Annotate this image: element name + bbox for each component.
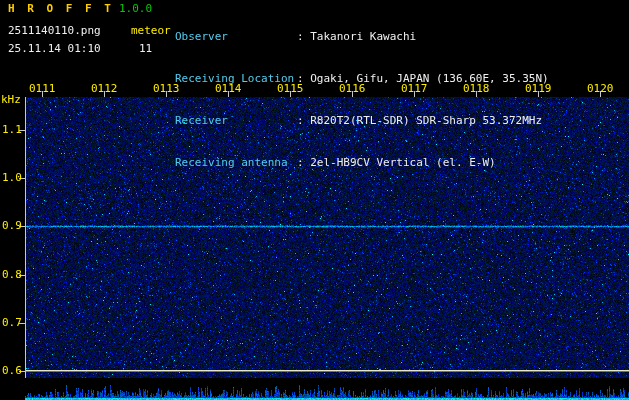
x-tick-label: 0117 [401,83,427,95]
output-filename: 2511140110.png [8,25,101,37]
info-label: Observer [175,30,297,44]
x-tick-label: 0119 [525,83,551,95]
info-label: Receiver [175,114,297,128]
y-tick-label: 0.8 [2,269,20,281]
y-tick-label: 1.0 [2,172,20,184]
y-tick-label: 1.1 [2,124,20,136]
y-axis-unit: kHz [1,94,21,106]
app-title: H R O F F T [8,3,114,15]
hrofft-output: H R O F F T 1.0.0 2511140110.png meteor … [0,0,629,400]
info-value: : R820T2(RTL-SDR) SDR-Sharp 53.372MHz [297,114,542,127]
y-tick-label: 0.9 [2,220,20,232]
x-tick-label: 0113 [153,83,179,95]
x-tick-label: 0111 [29,83,55,95]
observation-timestamp: 25.11.14 01:10 [8,43,101,55]
x-tick-label: 0120 [587,83,613,95]
info-row-observer: Observer: Takanori Kawachi [175,30,549,44]
info-value: : 2el-HB9CV Vertical (el. E-W) [297,156,496,169]
x-tick-label: 0118 [463,83,489,95]
y-tick-label: 0.7 [2,317,20,329]
app-version: 1.0.0 [119,3,152,15]
x-tick-label: 0112 [91,83,117,95]
info-label: Receiving antenna [175,156,297,170]
info-row-receiver: Receiver: R820T2(RTL-SDR) SDR-Sharp 53.3… [175,114,549,128]
x-tick-label: 0116 [339,83,365,95]
x-tick-label: 0115 [277,83,303,95]
mode-label: meteor [131,25,171,37]
x-tick-label: 0114 [215,83,241,95]
y-tick-label: 0.6 [2,365,20,377]
info-value: : Takanori Kawachi [297,30,416,43]
echo-count: 11 [139,43,152,55]
station-info: Observer: Takanori Kawachi Receiving Loc… [175,2,549,198]
info-row-antenna: Receiving antenna: 2el-HB9CV Vertical (e… [175,156,549,170]
